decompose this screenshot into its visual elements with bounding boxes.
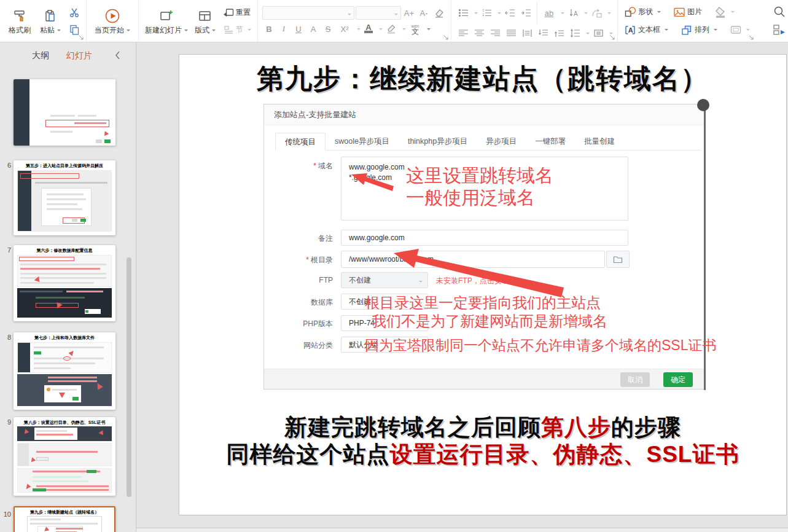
space-after-button[interactable]	[552, 26, 566, 40]
cancel-button[interactable]: 取消	[620, 372, 650, 387]
thumbnail-preview	[20, 273, 106, 275]
thumbnail-preview	[36, 485, 109, 487]
layout-icon	[198, 7, 213, 25]
slide-title[interactable]: 第九步：继续新建站点（跳转域名）	[179, 61, 786, 97]
text-direction-button[interactable]: ab	[541, 6, 557, 20]
layout-button[interactable]: 版式	[190, 2, 220, 40]
bullet-list-button[interactable]	[456, 6, 470, 20]
thumbnail-title: 第七步：上传和导入数据库文件	[14, 332, 115, 340]
thumbnail-preview	[18, 343, 30, 372]
thumbnail-preview	[20, 277, 106, 279]
slide-thumbnail-9[interactable]: 第八步：设置运行目录、伪静态、SSL证书	[14, 417, 115, 496]
align-center-button[interactable]	[472, 26, 486, 40]
annotation-root-tip-line1[interactable]: 根目录这里一定要指向我们的主站点	[365, 294, 601, 312]
thumbnail-preview	[47, 388, 50, 391]
font-dialog-launcher[interactable]	[443, 35, 449, 41]
cut-button[interactable]	[67, 6, 82, 19]
tab-traditional-project[interactable]: 传统项目	[275, 133, 326, 151]
slide-footer-line1[interactable]: 新建完跳转域名之后回顾第八步的步骤	[179, 412, 786, 443]
distribute-text-button[interactable]	[520, 26, 534, 40]
paste-label: 粘贴	[40, 25, 55, 36]
font-size-combo[interactable]	[356, 6, 401, 20]
space-before-button[interactable]	[536, 26, 550, 40]
annotation-ssl-tip[interactable]: 因为宝塔限制同一个站点不允许申请多个域名的SSL证书	[365, 336, 716, 354]
slide-canvas[interactable]: 第九步：继续新建站点（跳转域名） 添加站点-支持批量建站 传统项目 swoole…	[179, 54, 787, 515]
align-right-button[interactable]	[488, 26, 502, 40]
thumbnail-preview	[34, 367, 71, 369]
tab-outline[interactable]: 大纲	[32, 50, 49, 61]
clipboard-dialog-launcher[interactable]	[79, 35, 84, 41]
slide-thumbnail-8[interactable]: 第七步：上传和导入数据库文件	[14, 332, 115, 410]
copy-button[interactable]	[67, 23, 82, 36]
thumbnail-preview	[17, 468, 112, 493]
ribbon-toolbar: 格式刷 粘贴	[0, 0, 788, 42]
character-border-button[interactable]: A	[306, 22, 320, 36]
shapes-button[interactable]: 形状	[622, 6, 663, 19]
paragraph-dialog-launcher[interactable]	[610, 35, 615, 41]
annotation-root-tip-line2[interactable]: 我们不是为了新建网站而是新增域名	[372, 312, 607, 331]
confirm-button[interactable]: 确定	[663, 372, 693, 387]
slide-thumbnail-6[interactable]: 第五步：进入站点目录上传源码并且解压	[14, 160, 115, 235]
textbox-button[interactable]: A 文本框	[622, 23, 670, 37]
ftp-select[interactable]: 不创建	[341, 272, 428, 288]
numbered-list-button[interactable]	[479, 6, 494, 20]
convert-to-smartart-button[interactable]	[589, 6, 604, 20]
slide-thumbnail-7[interactable]: 第六步：修改数据库配置信息	[14, 245, 115, 321]
superscript-button[interactable]: X²	[336, 22, 353, 36]
ftp-warning-text[interactable]: 未安装FTP，点击安装	[436, 276, 509, 286]
tab-batch-create[interactable]: 批量创建	[575, 133, 624, 150]
reset-button[interactable]: 重置	[222, 6, 253, 19]
root-dir-input[interactable]: /www/wwwroot/baidu.com	[341, 251, 605, 268]
font-name-combo[interactable]	[262, 6, 354, 20]
play-from-current-button[interactable]: 当页开始	[91, 2, 134, 40]
align-objects-button[interactable]	[591, 26, 606, 40]
increase-indent-button[interactable]	[518, 6, 533, 20]
italic-button[interactable]: I	[277, 22, 291, 36]
dialog-title: 添加站点-支持批量建站	[264, 104, 705, 125]
fill-color-button[interactable]	[712, 6, 736, 19]
slide-thumbnail-5-partial[interactable]	[14, 79, 115, 146]
annotation-domain-tip-line1[interactable]: 这里设置跳转域名	[406, 165, 553, 186]
highlight-button[interactable]	[384, 22, 399, 36]
picture-button[interactable]: 图片	[671, 6, 704, 19]
chevron-down-icon	[348, 14, 351, 17]
decrease-indent-button[interactable]	[502, 6, 517, 20]
tab-swoole-project[interactable]: swoole异步项目	[326, 133, 399, 150]
strikethrough-button[interactable]: S	[321, 22, 335, 36]
line-spacing-button[interactable]	[568, 26, 582, 40]
format-painter-button[interactable]: 格式刷	[4, 2, 35, 40]
slide-footer-line2[interactable]: 同样给这个站点设置运行目录、伪静态、SSL证书	[179, 439, 786, 470]
clear-format-button[interactable]	[432, 6, 447, 20]
browse-folder-button[interactable]	[606, 251, 630, 268]
font-color-button[interactable]: A	[362, 22, 375, 36]
tab-slides[interactable]: 幻灯片	[66, 50, 92, 61]
chevron-down-icon	[248, 29, 251, 33]
selection-pane-button[interactable]	[772, 23, 787, 37]
horizontal-scroll-area[interactable]	[136, 528, 788, 532]
sidebar-scrollbar[interactable]	[127, 257, 131, 497]
underline-button[interactable]: U	[292, 22, 305, 36]
section-button[interactable]: 节	[222, 23, 253, 36]
find-button[interactable]	[772, 5, 787, 18]
tab-one-click-deploy[interactable]: 一键部署	[526, 133, 575, 150]
bold-button[interactable]: B	[262, 22, 276, 36]
paste-button[interactable]: 粘贴	[35, 2, 66, 40]
frame-style-icon	[730, 25, 742, 35]
collapse-panel-button[interactable]	[115, 50, 123, 61]
slide-thumbnail-10[interactable]: 第九步：继续新建站点（跳转域名） 新建完跳转域名之后回顾第八步	[14, 506, 115, 532]
thumbnail-preview	[19, 257, 74, 261]
align-left-button[interactable]	[456, 26, 470, 40]
insert-dialog-launcher[interactable]	[749, 35, 754, 41]
text-orientation-button[interactable]: A	[566, 6, 580, 20]
justify-button[interactable]	[504, 26, 518, 40]
new-slide-button[interactable]: 新建幻灯片	[143, 2, 190, 40]
tab-async-project[interactable]: 异步项目	[477, 133, 526, 150]
tab-thinkphp-project[interactable]: thinkphp异步项目	[399, 133, 477, 150]
arrange-button[interactable]: 排列	[679, 23, 719, 37]
note-input[interactable]: www.google.com	[341, 230, 628, 246]
phonetic-guide-button[interactable]: wén 文	[407, 22, 423, 36]
annotation-domain-tip-line2[interactable]: 一般使用泛域名	[406, 187, 535, 208]
decrease-font-button[interactable]: A-	[417, 6, 431, 20]
reset-icon	[224, 8, 234, 17]
increase-font-button[interactable]: A+	[402, 6, 416, 20]
